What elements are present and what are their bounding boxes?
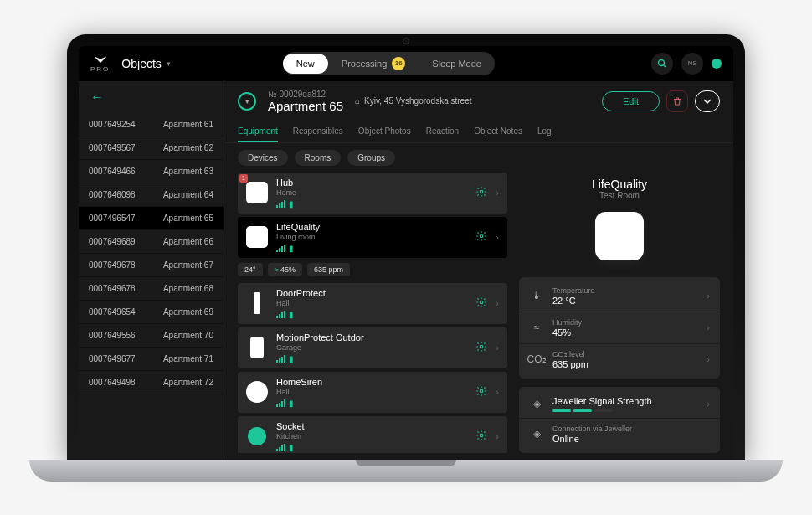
chevron-down-icon: ▾ [245, 97, 249, 106]
user-avatar[interactable]: NS [681, 53, 703, 75]
tab-reaction[interactable]: Reaction [426, 121, 459, 142]
object-name: Apartment 63 [163, 167, 213, 176]
tab-equipment[interactable]: Equipment [238, 121, 278, 142]
object-id: 0007649556 [89, 331, 136, 340]
detail-header: LifeQuality Test Room [519, 173, 720, 269]
sidebar-object-row[interactable]: 0007646098Apartment 64 [79, 183, 224, 207]
gear-icon[interactable] [475, 430, 487, 444]
pill-new[interactable]: New [283, 54, 328, 74]
hum-icon: ≈ [529, 322, 544, 333]
objects-selector[interactable]: Objects ▾ [121, 57, 170, 70]
gear-icon[interactable] [475, 296, 487, 311]
device-name: HomeSiren [276, 377, 322, 387]
sidebar-object-row[interactable]: 0007649498Apartment 72 [79, 371, 224, 394]
svg-point-7 [481, 434, 484, 437]
object-id: 0007649689 [89, 237, 136, 246]
device-signal: ▮ [276, 310, 326, 319]
connection-row[interactable]: ◈ Connection via Jeweller Online [519, 418, 720, 450]
device-icon [246, 381, 268, 403]
device-signal: ▮ [276, 244, 320, 253]
device-icon [250, 337, 264, 358]
device-name: Hub [276, 178, 296, 188]
detail-label: Humidity [552, 318, 582, 327]
delete-button[interactable] [666, 90, 688, 112]
tab-log[interactable]: Log [537, 121, 552, 142]
metric-co2: 635 ppm [307, 263, 350, 276]
sidebar-object-row[interactable]: 0007649466Apartment 63 [79, 160, 224, 183]
device-image [595, 212, 644, 260]
sidebar-object-row[interactable]: 0007649254Apartment 61 [79, 113, 224, 136]
home-icon: ⌂ [355, 96, 360, 106]
battery-icon: ▮ [289, 199, 294, 209]
battery-icon: ▮ [289, 354, 294, 363]
detail-value: 45% [552, 327, 582, 337]
arm-status[interactable]: ▾ [238, 92, 256, 111]
object-id: 0007649654 [89, 307, 136, 317]
sidebar-object-row[interactable]: 0007649567Apartment 62 [79, 136, 224, 160]
subtab-devices[interactable]: Devices [238, 150, 288, 166]
object-name: Apartment 62 [163, 143, 213, 152]
device-signal: ▮ [276, 354, 364, 363]
gear-icon[interactable] [475, 385, 487, 399]
signal-strength-row[interactable]: ◈ Jeweller Signal Strength › [519, 390, 720, 418]
object-name: Apartment 65 [163, 214, 213, 223]
status-indicator [712, 59, 722, 69]
sidebar-object-row[interactable]: 0007496547Apartment 65 [79, 207, 224, 230]
detail-co2-row[interactable]: CO₂CO₂ level635 ppm› [519, 343, 720, 375]
device-row[interactable]: MotionProtect OutdorGarage▮› [238, 327, 507, 368]
sidebar-object-row[interactable]: 0007649654Apartment 69 [79, 301, 224, 324]
chevron-right-icon: › [707, 322, 710, 332]
pill-label: Sleep Mode [432, 59, 481, 69]
device-icon [246, 226, 268, 248]
user-initials: NS [687, 59, 696, 67]
detail-temp-row[interactable]: 🌡Temperature22 °C› [519, 281, 720, 312]
pill-processing[interactable]: Processing 16 [328, 52, 419, 75]
tab-object-notes[interactable]: Object Notes [474, 121, 522, 142]
expand-button[interactable] [695, 90, 720, 112]
logo: PRO [90, 55, 110, 72]
gear-icon[interactable] [475, 230, 487, 245]
chevron-down-icon: ▾ [167, 59, 171, 68]
edit-button[interactable]: Edit [602, 91, 660, 111]
chevron-right-icon: › [496, 232, 499, 242]
device-row[interactable]: 1HubHome▮› [238, 173, 507, 214]
back-button[interactable]: ← [79, 81, 224, 113]
sidebar-object-row[interactable]: 0007649689Apartment 66 [79, 230, 224, 254]
svg-point-2 [481, 190, 484, 193]
svg-point-5 [481, 345, 484, 348]
detail-label: CO₂ level [552, 350, 588, 358]
tab-object-photos[interactable]: Object Photos [358, 121, 411, 142]
detail-hum-row[interactable]: ≈Humidity45%› [519, 312, 720, 343]
device-location: Garage [276, 343, 364, 352]
device-row[interactable]: DoorProtectHall▮› [238, 283, 507, 324]
detail-value: 635 ppm [552, 359, 588, 369]
chevron-right-icon: › [707, 399, 710, 409]
object-name: Apartment 71 [163, 354, 213, 363]
battery-icon: ▮ [289, 310, 294, 319]
address-text: Kyiv, 45 Vyshgorodska street [364, 96, 471, 106]
device-row[interactable]: SocketKitchen▮› [238, 416, 507, 453]
chevron-right-icon: › [496, 342, 499, 353]
subtab-rooms[interactable]: Rooms [295, 150, 342, 166]
device-icon [254, 292, 260, 314]
svg-point-6 [481, 389, 484, 393]
sidebar-object-row[interactable]: 0007649556Apartment 70 [79, 324, 224, 348]
device-signal: ▮ [276, 199, 296, 209]
device-row[interactable]: LifeQualityLiving room▮› [238, 217, 507, 258]
gear-icon[interactable] [475, 341, 487, 355]
tab-responsibles[interactable]: Responsibles [293, 121, 343, 142]
alert-badge: 1 [239, 174, 248, 183]
signal-label: Jeweller Signal Strength [552, 396, 652, 406]
device-name: DoorProtect [276, 288, 326, 298]
sidebar-object-row[interactable]: 0007649677Apartment 71 [79, 348, 224, 371]
object-id: 0007646098 [89, 190, 136, 199]
device-row[interactable]: HomeSirenHall▮› [238, 372, 507, 413]
subtab-groups[interactable]: Groups [347, 150, 395, 166]
search-button[interactable] [651, 53, 673, 75]
sidebar-object-row[interactable]: 0007649678Apartment 68 [79, 277, 224, 301]
object-name: Apartment 67 [163, 260, 213, 270]
sidebar-object-row[interactable]: 0007649678Apartment 67 [79, 254, 224, 277]
gear-icon[interactable] [475, 186, 487, 200]
metric-hum: ≈ 45% [268, 263, 302, 276]
pill-sleep[interactable]: Sleep Mode [419, 54, 495, 74]
